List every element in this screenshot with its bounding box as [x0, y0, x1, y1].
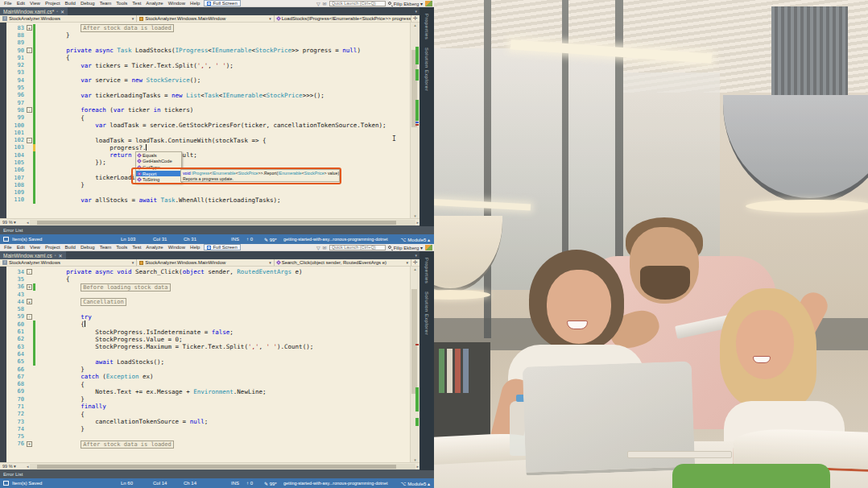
- code-line[interactable]: 98- foreach (var ticker in tickers): [6, 106, 410, 114]
- fold-toggle-icon[interactable]: +: [26, 299, 33, 304]
- menu-item-team[interactable]: Team: [97, 245, 114, 250]
- code-line[interactable]: 90- private async Task LoadStocks(IProgr…: [6, 47, 410, 54]
- nav-method-dropdown[interactable]: Search_Click(object sender, RoutedEventA…: [275, 259, 411, 266]
- tab-mainwindow[interactable]: MainWindow.xaml.cs ▫ ✕: [0, 251, 66, 259]
- code-line[interactable]: 94 var service = new StockService();: [6, 77, 410, 84]
- menu-item-analyze[interactable]: Analyze: [143, 1, 165, 6]
- close-icon[interactable]: ✕: [60, 9, 64, 14]
- code-line[interactable]: 89: [6, 39, 410, 47]
- close-icon[interactable]: ✕: [58, 253, 62, 258]
- tab-solution-explorer[interactable]: Solution Explorer: [424, 48, 429, 91]
- fold-toggle-icon[interactable]: +: [26, 441, 33, 447]
- nav-class-dropdown[interactable]: StockAnalyzer.Windows.MainWindow▾: [137, 15, 274, 22]
- code-line[interactable]: 92 var tickers = Ticker.Text.Split(',', …: [6, 61, 410, 68]
- completion-item[interactable]: Equals: [136, 152, 181, 159]
- git-pending-edits[interactable]: ✎ 99*: [264, 237, 277, 242]
- status-character[interactable]: Ch 14: [184, 481, 196, 486]
- code-line[interactable]: 100 var loadTask = service.GetStockPrice…: [6, 122, 410, 129]
- menu-item-edit[interactable]: Edit: [14, 245, 27, 250]
- menu-item-test[interactable]: Test: [130, 1, 143, 6]
- status-column[interactable]: Col 31: [153, 237, 167, 242]
- git-ahead-count[interactable]: ↑ 0: [246, 237, 253, 242]
- git-repo-selector[interactable]: ⌥ Module5 ▴: [401, 237, 430, 242]
- code-line[interactable]: 60 {: [6, 321, 410, 328]
- full-screen-button[interactable]: Full Screen: [204, 0, 240, 6]
- git-branch[interactable]: getting-started-with-asy...ronous-progra…: [283, 481, 388, 486]
- tab-mainwindow[interactable]: MainWindow.xaml.cs* ▫ ✕: [0, 7, 68, 15]
- status-line[interactable]: Ln 60: [121, 481, 133, 486]
- code-line[interactable]: 74 }: [6, 425, 410, 432]
- menu-item-view[interactable]: View: [27, 1, 43, 6]
- vertical-scrollbar[interactable]: ▴ ▾: [410, 267, 420, 462]
- code-line[interactable]: 71 finally: [6, 403, 410, 410]
- vertical-scrollbar[interactable]: ▴ ▾: [410, 23, 420, 218]
- status-insert-mode[interactable]: INS: [231, 481, 239, 486]
- menu-item-help[interactable]: Help: [188, 1, 202, 6]
- code-line[interactable]: 93: [6, 69, 410, 77]
- pin-icon[interactable]: ▫: [55, 253, 56, 258]
- code-editor[interactable]: 83+ After stock data is loaded88 }8990- …: [0, 23, 420, 218]
- code-line[interactable]: 75: [6, 433, 410, 440]
- code-line[interactable]: 65 await LoadStocks();: [6, 358, 410, 366]
- code-line[interactable]: 69 Notes.Text += ex.Message + Environmen…: [6, 388, 410, 395]
- code-line[interactable]: 73 cancellationTokenSource = null;: [6, 418, 410, 425]
- scrollbar-thumb[interactable]: [37, 465, 396, 469]
- horizontal-scrollbar[interactable]: [30, 220, 416, 225]
- code-line[interactable]: 72 {: [6, 411, 410, 418]
- scroll-up-icon[interactable]: ▴: [411, 23, 420, 27]
- feedback-icon[interactable]: ✉: [323, 1, 327, 6]
- code-line[interactable]: 102- loadTask = loadTask.ContinueWith(st…: [6, 136, 410, 143]
- split-editor-button[interactable]: ✛: [411, 259, 420, 266]
- signed-in-user[interactable]: Filip Ekberg ▾: [394, 1, 423, 6]
- full-screen-button[interactable]: Full Screen: [204, 244, 240, 250]
- quick-launch-input[interactable]: [329, 245, 386, 250]
- code-line[interactable]: 68 {: [6, 380, 410, 387]
- breakpoint-margin[interactable]: [0, 267, 6, 462]
- menu-item-edit[interactable]: Edit: [14, 1, 27, 6]
- menu-item-help[interactable]: Help: [188, 245, 202, 250]
- menu-item-build[interactable]: Build: [63, 1, 78, 6]
- filter-icon[interactable]: ▽: [316, 245, 320, 250]
- fold-toggle-icon[interactable]: -: [26, 269, 33, 275]
- avatar[interactable]: [425, 245, 432, 250]
- fold-toggle-icon[interactable]: -: [26, 48, 33, 53]
- menu-item-tools[interactable]: Tools: [114, 245, 130, 250]
- code-line[interactable]: 43: [6, 291, 410, 298]
- fold-toggle-icon[interactable]: -: [26, 314, 33, 320]
- code-line[interactable]: 67 catch (Exception ex): [6, 373, 410, 380]
- menu-item-tools[interactable]: Tools: [114, 1, 130, 6]
- code-line[interactable]: 105 });: [6, 159, 410, 166]
- code-line[interactable]: 101: [6, 129, 410, 136]
- menu-item-file[interactable]: File: [2, 245, 14, 250]
- split-editor-button[interactable]: ✛: [411, 15, 420, 22]
- menu-item-window[interactable]: Window: [166, 1, 188, 6]
- menu-item-project[interactable]: Project: [43, 245, 63, 250]
- avatar[interactable]: [425, 1, 432, 6]
- completion-item[interactable]: Report: [136, 171, 181, 177]
- code-line[interactable]: 76+ After stock data is loaded: [6, 440, 410, 448]
- code-line[interactable]: 91 {: [6, 54, 410, 61]
- nav-project-dropdown[interactable]: #StockAnalyzer.Windows▾: [0, 15, 137, 22]
- code-line[interactable]: 44+ Cancellation: [6, 298, 410, 305]
- error-list-panel-tab[interactable]: Error List: [0, 469, 434, 478]
- fold-toggle-icon[interactable]: +: [26, 25, 33, 31]
- status-column[interactable]: Col 14: [153, 481, 167, 486]
- quick-launch-input[interactable]: [329, 1, 386, 6]
- feedback-icon[interactable]: ✉: [323, 245, 327, 250]
- code-line[interactable]: 97: [6, 99, 410, 106]
- code-line[interactable]: 70 }: [6, 395, 410, 403]
- menu-item-build[interactable]: Build: [63, 245, 78, 250]
- git-branch[interactable]: getting-started-with-asy...ronous-progra…: [283, 237, 388, 242]
- nav-project-dropdown[interactable]: #StockAnalyzer.Windows▾: [0, 259, 137, 266]
- code-line[interactable]: 96 var tickerLoadingTasks = new List<Tas…: [6, 92, 410, 99]
- code-line[interactable]: 63 StockProgress.Maximum = Ticker.Text.S…: [6, 343, 410, 350]
- code-line[interactable]: 103 progress?.: [6, 144, 410, 151]
- code-line[interactable]: 109: [6, 189, 410, 196]
- code-line[interactable]: 61 StockProgress.IsIndeterminate = false…: [6, 328, 410, 335]
- pin-icon[interactable]: ▫: [56, 9, 58, 14]
- menu-item-debug[interactable]: Debug: [78, 1, 97, 6]
- fold-toggle-icon[interactable]: -: [26, 107, 33, 113]
- status-character[interactable]: Ch 31: [184, 237, 196, 242]
- status-line[interactable]: Ln 103: [121, 237, 135, 242]
- code-line[interactable]: 59- try: [6, 313, 410, 321]
